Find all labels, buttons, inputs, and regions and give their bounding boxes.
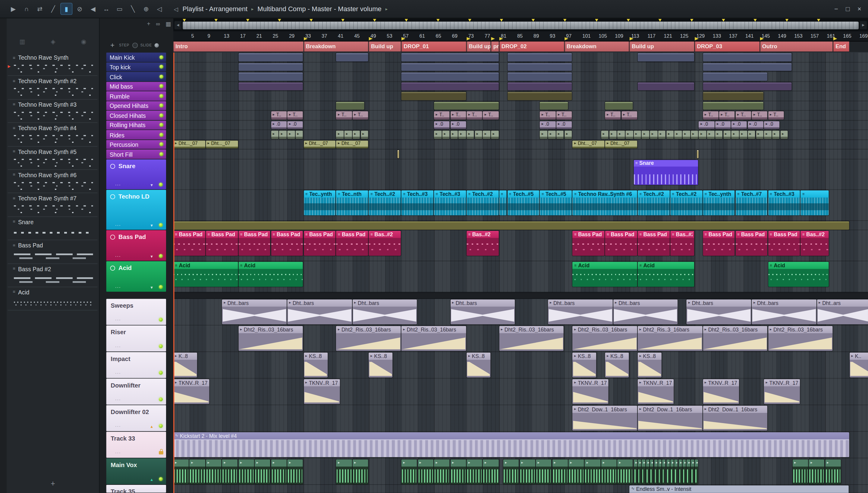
track-enable-led[interactable] bbox=[159, 84, 164, 88]
track-header-riser[interactable]: Riser... bbox=[106, 325, 166, 351]
clip[interactable]: ▸ bbox=[695, 459, 698, 484]
track-header-main-vox[interactable]: Main Vox▴ bbox=[106, 458, 166, 484]
clip[interactable]: ≡ bbox=[801, 190, 828, 215]
clip-t[interactable]: ▸T.. bbox=[337, 111, 352, 119]
clip[interactable]: ▸ bbox=[670, 459, 674, 484]
clip-dht2-ris-03-16bars[interactable]: ▸Dht2_Ris..03_16bars bbox=[337, 326, 401, 351]
clip-0[interactable]: ▸.0 bbox=[764, 121, 780, 129]
clip[interactable] bbox=[540, 102, 567, 110]
clip[interactable] bbox=[238, 53, 303, 61]
track-options-button[interactable]: ... bbox=[115, 181, 121, 187]
clip-t[interactable]: ▸T.. bbox=[719, 111, 735, 119]
clip-dht2-ris-03-16bars[interactable]: ▸Dht2_Ris..03_16bars bbox=[499, 326, 564, 351]
clip[interactable]: ▸ bbox=[458, 130, 466, 138]
clip-t[interactable]: ▸T.. bbox=[622, 111, 637, 119]
clip[interactable]: ▸ bbox=[809, 459, 825, 484]
clip[interactable]: ▸ bbox=[190, 459, 205, 484]
clip-0[interactable]: ▸.0 bbox=[732, 121, 747, 129]
clip-t[interactable]: ▸T.. bbox=[287, 111, 303, 119]
clip-bass-pad[interactable]: ≡Bass Pad bbox=[768, 231, 800, 256]
clip-bass-pad[interactable]: ≡Bass Pad bbox=[206, 231, 238, 256]
clip[interactable]: ▸ bbox=[442, 130, 450, 138]
clip-tech-2[interactable]: ≡Tech..#2 bbox=[638, 190, 670, 215]
clip[interactable]: ▸ bbox=[238, 459, 254, 484]
clip-tech-2[interactable]: ≡Tech..#2 bbox=[466, 190, 499, 215]
track-enable-led[interactable] bbox=[159, 65, 164, 69]
track-enable-led[interactable] bbox=[159, 254, 163, 258]
clip[interactable] bbox=[238, 63, 303, 71]
track-enable-led[interactable] bbox=[159, 152, 164, 156]
clip[interactable] bbox=[638, 53, 694, 61]
clip[interactable]: ▸ bbox=[402, 459, 417, 484]
clip[interactable]: ▸ bbox=[625, 130, 633, 138]
clip-ks-8[interactable]: ▸KS..8 bbox=[638, 352, 661, 378]
clip-dht2-dow-1-16bars[interactable]: ▸Dht2_Dow..1_16bars bbox=[703, 406, 767, 431]
clip-0[interactable]: ▸.0 bbox=[287, 121, 303, 129]
clip[interactable]: ▸ bbox=[642, 130, 649, 138]
maximize-button[interactable]: □ bbox=[842, 3, 854, 15]
pattern-item-techno-rave-synth-5[interactable]: ≡Techno Rave Synth #5 bbox=[8, 147, 97, 170]
clip-ks-8[interactable]: ▸KS..8 bbox=[605, 352, 629, 378]
play-icon[interactable]: ▶ bbox=[7, 3, 19, 15]
track-header-opened-hihats[interactable]: Opened Hihats bbox=[106, 101, 166, 110]
clip[interactable]: ▸ bbox=[764, 130, 772, 138]
track-header-rumble[interactable]: Rumble bbox=[106, 91, 166, 100]
clip[interactable]: ▸ bbox=[674, 459, 678, 484]
clip[interactable]: ▸ bbox=[585, 459, 600, 484]
track-options-button[interactable]: ... bbox=[115, 316, 121, 322]
clip[interactable]: ▸ bbox=[687, 459, 690, 484]
clip[interactable]: ▸ bbox=[491, 130, 499, 138]
section-drop-02[interactable]: DROP_02 bbox=[499, 42, 564, 51]
track-enable-led[interactable] bbox=[159, 104, 164, 108]
clip[interactable] bbox=[238, 72, 303, 81]
clip[interactable]: ▸ bbox=[682, 459, 686, 484]
track-header-track-33[interactable]: Track 33... bbox=[106, 432, 166, 458]
clip[interactable] bbox=[507, 72, 572, 81]
clip[interactable]: ▸ bbox=[255, 459, 270, 484]
clip[interactable] bbox=[402, 72, 499, 81]
clip[interactable]: ▸ bbox=[540, 130, 547, 138]
sections-row[interactable]: IntroBreakdownBuild upDROP_01Build upprD… bbox=[173, 42, 868, 52]
clip[interactable]: ▸ bbox=[568, 459, 584, 484]
clip-dht-bars[interactable]: ▸Dht..bars bbox=[687, 300, 751, 325]
clip-t[interactable]: ▸T.. bbox=[434, 111, 450, 119]
clip-ks-8[interactable]: ▸KS..8 bbox=[466, 352, 490, 378]
clip[interactable]: ▸ bbox=[825, 459, 841, 484]
track-enable-led[interactable] bbox=[159, 477, 163, 481]
clip[interactable]: ▸ bbox=[666, 459, 670, 484]
clip[interactable]: ▸ bbox=[450, 130, 458, 138]
clip[interactable]: ▸ bbox=[633, 130, 641, 138]
clip-bas-2[interactable]: ≡Bas..#2 bbox=[670, 231, 694, 256]
pattern-item-bass-pad[interactable]: ≡Bass Pad bbox=[8, 240, 97, 264]
track-options-button[interactable]: ... bbox=[115, 343, 121, 348]
track-enable-led[interactable] bbox=[159, 223, 163, 227]
section-pr[interactable]: pr bbox=[491, 42, 499, 51]
clip[interactable]: ▸ bbox=[617, 459, 633, 484]
clip-t[interactable]: ▸T.. bbox=[752, 111, 767, 119]
track-options-button[interactable]: ... bbox=[115, 396, 121, 401]
clip[interactable]: ▸ bbox=[466, 130, 474, 138]
delete-icon[interactable]: ⊘ bbox=[73, 3, 86, 15]
clip-bass-pad[interactable]: ≡Bass Pad bbox=[271, 231, 303, 256]
clip-ks-8[interactable]: ▸KS..8 bbox=[369, 352, 393, 378]
star-icon[interactable]: ◈ bbox=[51, 38, 56, 45]
chevron-down-icon[interactable]: ▾ bbox=[151, 183, 153, 188]
clip-tech-3[interactable]: ≡Tech..#3 bbox=[768, 190, 800, 215]
pattern-item-techno-rave-synth[interactable]: ≡Techno Rave Synth▶ bbox=[8, 52, 97, 76]
draw-icon[interactable]: ╱ bbox=[47, 3, 59, 15]
clip[interactable]: ▸ bbox=[222, 459, 238, 484]
mute-icon[interactable]: ◀ bbox=[87, 3, 99, 15]
clip[interactable]: ▸ bbox=[699, 130, 707, 138]
track-enable-led[interactable] bbox=[159, 318, 163, 322]
clip[interactable] bbox=[507, 63, 572, 71]
clip-dht2-dow-1-16bars[interactable]: ▸Dht2_Dow..1_16bars bbox=[638, 406, 702, 431]
clip-tec-ynth[interactable]: ≡Tec..ynth bbox=[304, 190, 335, 215]
clip[interactable]: ▸ bbox=[609, 130, 617, 138]
clip-ks-8[interactable]: ▸KS..8 bbox=[304, 352, 327, 378]
clip-t[interactable]: ▸T.. bbox=[540, 111, 556, 119]
picker-grid-icon[interactable]: ▥ bbox=[19, 38, 25, 45]
track-header-closed-hihats[interactable]: Closed Hihats bbox=[106, 111, 166, 120]
track-options-button[interactable]: ... bbox=[115, 283, 121, 289]
clip[interactable]: ▸ bbox=[345, 130, 352, 138]
clip[interactable]: ▸ bbox=[271, 130, 279, 138]
